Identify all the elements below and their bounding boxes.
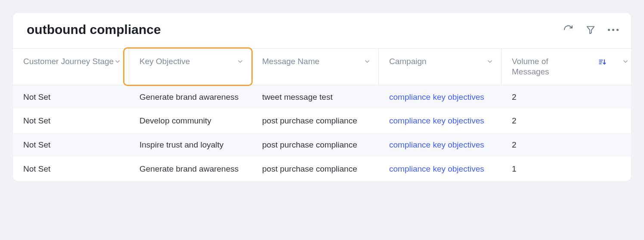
filter-icon[interactable] bbox=[585, 24, 597, 36]
cell-empty bbox=[592, 162, 631, 176]
cell-objective: Generate brand awareness bbox=[129, 157, 252, 181]
cell-campaign: compliance key objectives bbox=[379, 85, 502, 109]
campaign-link[interactable]: compliance key objectives bbox=[389, 164, 484, 173]
column-label: Customer Journey Stage bbox=[23, 56, 114, 67]
cell-stage: Not Set bbox=[13, 85, 129, 109]
table-row: Not SetGenerate brand awarenesspost purc… bbox=[13, 157, 631, 181]
chevron-down-icon bbox=[486, 58, 493, 67]
cell-objective: Generate brand awareness bbox=[129, 85, 252, 109]
page-title: outbound compliance bbox=[27, 22, 161, 37]
cell-campaign: compliance key objectives bbox=[379, 157, 502, 181]
cell-message: post purchase compliance bbox=[252, 133, 379, 157]
column-header-key-objective[interactable]: Key Objective bbox=[129, 49, 252, 85]
column-header-campaign[interactable]: Campaign bbox=[379, 49, 502, 85]
column-label: Campaign bbox=[389, 56, 427, 67]
table-body: Not SetGenerate brand awarenesstweet mes… bbox=[13, 85, 631, 181]
chevron-down-icon bbox=[237, 58, 244, 67]
cell-volume: 2 bbox=[502, 109, 592, 133]
table-row: Not SetGenerate brand awarenesstweet mes… bbox=[13, 85, 631, 109]
cell-objective: Develop community bbox=[129, 109, 252, 133]
cell-empty bbox=[592, 90, 631, 104]
chevron-down-icon bbox=[114, 58, 121, 67]
highlight-annotation bbox=[123, 47, 253, 86]
column-header-customer-journey-stage[interactable]: Customer Journey Stage bbox=[13, 49, 129, 85]
column-label: Volume of Messages bbox=[512, 56, 584, 77]
cell-message: post purchase compliance bbox=[252, 109, 379, 133]
cell-objective: Inspire trust and loyalty bbox=[129, 133, 252, 157]
cell-volume: 2 bbox=[502, 133, 592, 157]
cell-volume: 2 bbox=[502, 85, 592, 109]
cell-stage: Not Set bbox=[13, 133, 129, 157]
sort-descending-icon bbox=[598, 58, 607, 68]
column-header-volume-of-messages[interactable]: Volume of Messages bbox=[502, 49, 592, 85]
column-header-message-name[interactable]: Message Name bbox=[252, 49, 379, 85]
cell-campaign: compliance key objectives bbox=[379, 133, 502, 157]
table-row: Not SetDevelop communitypost purchase co… bbox=[13, 109, 631, 133]
data-table: Customer Journey Stage Key Objective Mes… bbox=[13, 48, 631, 181]
cell-empty bbox=[592, 138, 631, 152]
card-actions bbox=[562, 24, 619, 36]
column-label: Message Name bbox=[262, 56, 319, 67]
cell-message: post purchase compliance bbox=[252, 157, 379, 181]
cell-stage: Not Set bbox=[13, 157, 129, 181]
cell-message: tweet message test bbox=[252, 85, 379, 109]
cell-stage: Not Set bbox=[13, 109, 129, 133]
cell-campaign: compliance key objectives bbox=[379, 109, 502, 133]
campaign-link[interactable]: compliance key objectives bbox=[389, 116, 484, 125]
column-label: Key Objective bbox=[139, 56, 190, 67]
table-header-row: Customer Journey Stage Key Objective Mes… bbox=[13, 48, 631, 85]
cell-empty bbox=[592, 114, 631, 128]
card-header: outbound compliance bbox=[13, 13, 631, 48]
refresh-icon[interactable] bbox=[562, 24, 574, 36]
svg-marker-0 bbox=[587, 27, 594, 34]
chevron-down-icon bbox=[364, 58, 371, 67]
chevron-down-icon bbox=[622, 58, 629, 67]
more-actions-icon[interactable] bbox=[607, 24, 619, 36]
column-header-sort[interactable] bbox=[592, 49, 631, 85]
table-row: Not SetInspire trust and loyaltypost pur… bbox=[13, 133, 631, 157]
campaign-link[interactable]: compliance key objectives bbox=[389, 92, 484, 102]
report-card: outbound compliance bbox=[13, 13, 631, 181]
campaign-link[interactable]: compliance key objectives bbox=[389, 140, 484, 149]
cell-volume: 1 bbox=[502, 157, 592, 181]
